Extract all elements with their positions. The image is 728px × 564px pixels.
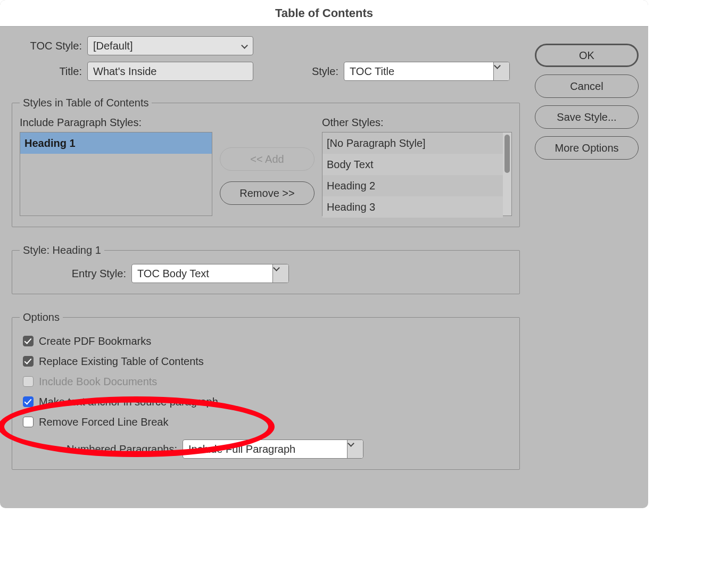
dropdown-entry-style[interactable]: TOC Body Text bbox=[131, 264, 289, 283]
list-item[interactable]: Body Text bbox=[322, 154, 503, 175]
legend-entry: Style: Heading 1 bbox=[20, 244, 104, 256]
list-item[interactable]: Heading 3 bbox=[322, 196, 503, 218]
row-title-style: Title: What's Inside Style: TOC Title bbox=[12, 62, 520, 81]
list-item[interactable]: [No Paragraph Style] bbox=[322, 132, 503, 154]
transfer-buttons: << Add Remove >> bbox=[220, 117, 315, 205]
dropdown-entry-style-value: TOC Body Text bbox=[137, 268, 209, 280]
label-toc-style: TOC Style: bbox=[12, 40, 82, 52]
legend-styles: Styles in Table of Contents bbox=[20, 97, 152, 109]
dropdown-toc-style[interactable]: [Default] bbox=[87, 36, 253, 55]
dropdown-numbered-button bbox=[347, 440, 363, 458]
dropdown-toc-style-value: [Default] bbox=[93, 40, 133, 52]
dialog-title: Table of Contents bbox=[0, 0, 648, 27]
checkbox-icon bbox=[23, 376, 34, 387]
checkbox-label: Replace Existing Table of Contents bbox=[39, 355, 204, 368]
dropdown-numbered-paragraphs[interactable]: Include Full Paragraph bbox=[183, 439, 363, 459]
group-styles-in-toc: Styles in Table of Contents Include Para… bbox=[12, 97, 520, 227]
list-include-styles[interactable]: Heading 1 bbox=[20, 132, 212, 216]
dropdown-style[interactable]: TOC Title bbox=[344, 62, 510, 81]
side-buttons: OK Cancel Save Style... More Options bbox=[535, 36, 639, 470]
scrollbar-thumb[interactable] bbox=[504, 135, 510, 173]
include-column: Include Paragraph Styles: Heading 1 bbox=[20, 117, 212, 216]
dialog-window: Table of Contents TOC Style: [Default] T… bbox=[0, 0, 648, 508]
checkbox-create-pdf[interactable]: Create PDF Bookmarks bbox=[23, 331, 512, 351]
dropdown-style-button bbox=[493, 62, 509, 80]
checkbox-icon bbox=[23, 396, 34, 407]
chevron-down-icon bbox=[498, 68, 506, 75]
other-column: Other Styles: [No Paragraph Style] Body … bbox=[322, 117, 512, 216]
checkbox-icon bbox=[23, 356, 34, 367]
label-include-styles: Include Paragraph Styles: bbox=[20, 117, 212, 129]
main-column: TOC Style: [Default] Title: What's Insid… bbox=[12, 36, 520, 470]
label-other-styles: Other Styles: bbox=[322, 117, 512, 129]
cancel-button[interactable]: Cancel bbox=[535, 74, 639, 98]
scrollbar[interactable] bbox=[503, 132, 511, 215]
checkbox-include-book: Include Book Documents bbox=[23, 371, 512, 392]
checkbox-remove-forced[interactable]: Remove Forced Line Break bbox=[23, 412, 512, 432]
chevron-down-icon bbox=[352, 445, 359, 453]
checkbox-text-anchor[interactable]: Make text anchor in source paragraph bbox=[23, 392, 512, 412]
group-options: Options Create PDF Bookmarks Replace Exi… bbox=[12, 311, 520, 470]
checkbox-icon bbox=[23, 336, 34, 346]
list-other-styles[interactable]: [No Paragraph Style] Body Text Heading 2… bbox=[322, 132, 512, 216]
remove-button[interactable]: Remove >> bbox=[220, 181, 315, 205]
checkbox-label: Make text anchor in source paragraph bbox=[39, 396, 218, 408]
checkbox-label: Remove Forced Line Break bbox=[39, 416, 168, 428]
checkbox-icon bbox=[23, 417, 34, 427]
row-toc-style: TOC Style: [Default] bbox=[12, 36, 520, 55]
input-title[interactable]: What's Inside bbox=[87, 62, 253, 81]
dropdown-style-value: TOC Title bbox=[350, 65, 394, 78]
label-title: Title: bbox=[12, 65, 82, 78]
label-entry-style: Entry Style: bbox=[20, 268, 126, 280]
ok-button[interactable]: OK bbox=[535, 44, 639, 67]
dialog-body: TOC Style: [Default] Title: What's Insid… bbox=[0, 27, 648, 479]
group-style-entry: Style: Heading 1 Entry Style: TOC Body T… bbox=[12, 244, 520, 294]
label-style: Style: bbox=[253, 65, 338, 78]
checkbox-label: Create PDF Bookmarks bbox=[39, 335, 151, 347]
dropdown-entry-style-button bbox=[272, 264, 288, 283]
label-numbered-paragraphs: Numbered Paragraphs: bbox=[20, 443, 177, 455]
chevron-down-icon bbox=[277, 270, 285, 277]
legend-options: Options bbox=[20, 311, 63, 324]
checkbox-label: Include Book Documents bbox=[39, 376, 157, 388]
chevron-down-icon bbox=[241, 42, 249, 49]
other-list-scroll: [No Paragraph Style] Body Text Heading 2… bbox=[322, 132, 503, 215]
list-item[interactable]: Heading 2 bbox=[322, 175, 503, 196]
save-style-button[interactable]: Save Style... bbox=[535, 105, 639, 129]
add-button: << Add bbox=[220, 147, 315, 171]
dropdown-numbered-value: Include Full Paragraph bbox=[188, 443, 295, 455]
checkbox-replace-existing[interactable]: Replace Existing Table of Contents bbox=[23, 351, 512, 371]
more-options-button[interactable]: More Options bbox=[535, 136, 639, 160]
input-title-value: What's Inside bbox=[93, 65, 156, 78]
list-item[interactable]: Heading 1 bbox=[20, 132, 212, 154]
